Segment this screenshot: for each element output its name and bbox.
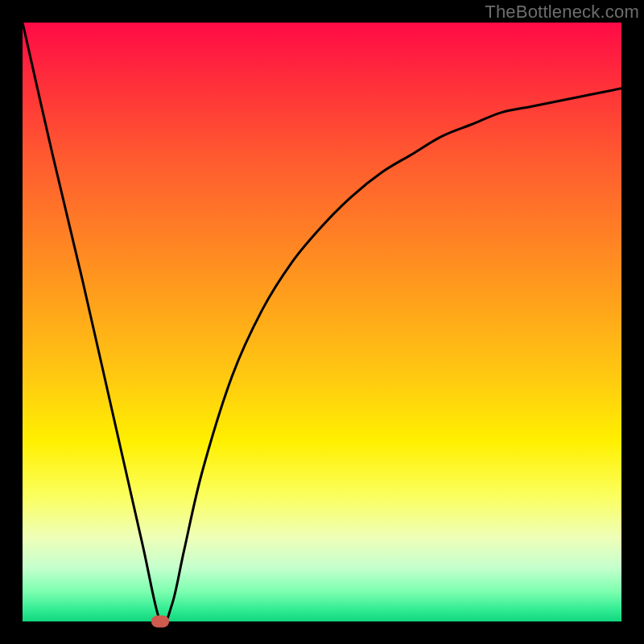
watermark-text: TheBottleneck.com — [485, 2, 639, 23]
plot-area — [23, 23, 621, 621]
curve-path — [23, 23, 621, 621]
bottleneck-curve — [23, 23, 621, 621]
optimal-point-marker — [151, 616, 169, 628]
chart-frame: TheBottleneck.com — [0, 0, 644, 644]
